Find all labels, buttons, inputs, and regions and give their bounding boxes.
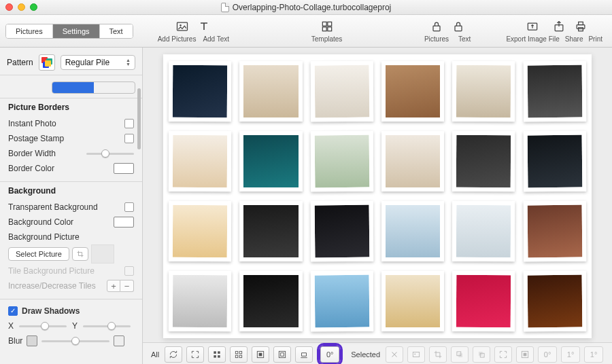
- svg-rect-3: [327, 22, 331, 26]
- tab-pictures[interactable]: Pictures: [6, 24, 53, 38]
- svg-rect-12: [579, 28, 583, 31]
- collage-photo[interactable]: [169, 131, 232, 192]
- export-label: Export Image File: [506, 35, 559, 43]
- grid-outline-icon: [234, 350, 243, 359]
- reset-rotation-all-button[interactable]: 0°: [320, 346, 339, 363]
- shuffle-all-button[interactable]: [165, 346, 182, 363]
- collage-photo[interactable]: [310, 131, 373, 192]
- collage-photo[interactable]: [239, 131, 302, 192]
- collage-photo[interactable]: [169, 201, 232, 262]
- lock-pictures-button[interactable]: [428, 19, 445, 34]
- tab-settings[interactable]: Settings: [53, 24, 100, 38]
- collage-photo[interactable]: [523, 201, 586, 262]
- collage-photo[interactable]: [452, 61, 515, 122]
- collage-photo[interactable]: [381, 201, 444, 261]
- templates-button[interactable]: [318, 19, 336, 34]
- shadow-blur-slider[interactable]: [41, 336, 109, 346]
- collage-photo[interactable]: [310, 201, 373, 262]
- border-color-swatch[interactable]: [114, 163, 134, 174]
- collage-photo[interactable]: [452, 271, 515, 332]
- tiles-increase-button[interactable]: +: [107, 280, 120, 292]
- collage-photo[interactable]: [523, 131, 586, 192]
- collage-photo[interactable]: [452, 201, 515, 262]
- svg-rect-6: [433, 26, 440, 31]
- layer-up-icon: [455, 350, 464, 359]
- bg-color-swatch[interactable]: [114, 217, 134, 228]
- pattern-select[interactable]: Regular Pile ▲▼: [61, 55, 135, 70]
- picture-borders-section: Picture Borders Instant Photo Postage St…: [0, 98, 142, 181]
- shadow-x-slider[interactable]: [19, 321, 67, 331]
- collage-photo[interactable]: [381, 271, 444, 331]
- shadow-x-label: X: [8, 321, 16, 331]
- collage-photo[interactable]: [169, 271, 232, 332]
- stage: [143, 48, 612, 342]
- svg-rect-23: [279, 351, 286, 357]
- grid-all-button[interactable]: [208, 346, 226, 363]
- shadow-color-swatch-2[interactable]: [114, 335, 124, 346]
- share-button[interactable]: [550, 19, 568, 34]
- reset-rotation-selected-button: 0°: [538, 346, 557, 363]
- svg-rect-13: [214, 351, 217, 354]
- svg-rect-10: [577, 25, 585, 29]
- chevron-updown-icon: ▲▼: [126, 58, 131, 67]
- tiles-decrease-button[interactable]: −: [120, 280, 134, 292]
- collage-photo[interactable]: [523, 61, 586, 122]
- svg-rect-5: [327, 27, 331, 31]
- svg-rect-18: [239, 351, 242, 354]
- collage-photo[interactable]: [523, 271, 586, 332]
- settings-sidebar: Pattern Regular Pile ▲▼ Picture Borders …: [0, 48, 143, 364]
- postage-stamp-checkbox[interactable]: [124, 134, 134, 143]
- print-label: Print: [588, 35, 602, 43]
- add-text-label: Add Text: [203, 35, 229, 43]
- lock-text-button[interactable]: [449, 19, 467, 34]
- crop-bg-button[interactable]: [72, 247, 88, 261]
- collage-photo[interactable]: [310, 61, 373, 122]
- frame-selected-button: [516, 346, 534, 363]
- collage-photo[interactable]: [169, 61, 232, 122]
- print-button[interactable]: [572, 19, 590, 34]
- add-pictures-button[interactable]: [173, 19, 191, 34]
- select-picture-button[interactable]: Select Picture: [8, 247, 69, 261]
- svg-rect-30: [479, 351, 483, 355]
- collage-photo[interactable]: [381, 131, 444, 192]
- border-color-label: Border Color: [8, 164, 54, 173]
- main-area: Pattern Regular Pile ▲▼ Picture Borders …: [0, 48, 612, 364]
- all-label: All: [151, 350, 159, 359]
- fit-all-button[interactable]: [186, 346, 204, 363]
- draw-shadows-checkbox[interactable]: [8, 306, 18, 316]
- shadow-color-swatch[interactable]: [27, 335, 37, 346]
- expand-icon: [498, 350, 508, 359]
- collage-grid: [169, 61, 586, 331]
- pattern-label: Pattern: [7, 58, 33, 67]
- shadow-y-slider[interactable]: [83, 321, 131, 331]
- border-width-slider[interactable]: [86, 149, 134, 158]
- instant-photo-label: Instant Photo: [8, 119, 56, 128]
- instant-photo-checkbox[interactable]: [124, 119, 134, 128]
- collage-canvas[interactable]: [163, 54, 592, 338]
- collage-photo[interactable]: [310, 271, 373, 332]
- svg-rect-22: [259, 352, 262, 356]
- collage-photo[interactable]: [239, 61, 302, 122]
- tiles-stepper[interactable]: + −: [107, 280, 134, 292]
- crop-icon: [433, 350, 443, 359]
- tile-bg-label: Tile Background Picture: [8, 266, 95, 276]
- export-button[interactable]: [519, 19, 546, 34]
- collage-photo[interactable]: [239, 271, 302, 331]
- add-text-button[interactable]: [195, 19, 213, 34]
- tiles-label: Increase/Decrease Tiles: [8, 281, 96, 291]
- collage-photo[interactable]: [239, 201, 302, 261]
- sidebar-scrollbar[interactable]: [137, 88, 141, 149]
- add-pictures-label: Add Pictures: [158, 35, 197, 43]
- frame2-all-button[interactable]: [273, 346, 291, 363]
- svg-point-1: [180, 24, 182, 26]
- orientation-segment[interactable]: [52, 81, 135, 94]
- collage-photo[interactable]: [381, 61, 444, 122]
- lock-pictures-label: Pictures: [424, 35, 449, 43]
- frame-all-button[interactable]: [252, 346, 269, 363]
- collage-photo[interactable]: [452, 131, 515, 192]
- transparent-bg-checkbox[interactable]: [124, 202, 134, 212]
- tab-text[interactable]: Text: [100, 24, 133, 38]
- grid2-all-button[interactable]: [230, 346, 248, 363]
- templates-label: Templates: [311, 35, 343, 43]
- align-all-button[interactable]: [295, 346, 313, 363]
